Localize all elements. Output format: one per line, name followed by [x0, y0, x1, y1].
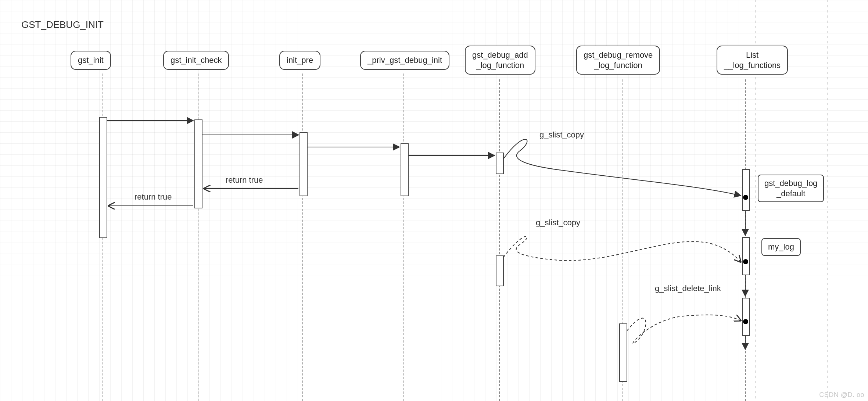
activation-priv-gst-debug-init — [401, 143, 409, 196]
activation-gst-debug-remove — [619, 323, 627, 382]
participant-gst-init-check[interactable]: gst_init_check — [163, 51, 229, 70]
msg-g-slist-copy-1: g_slist_copy — [539, 130, 584, 140]
participant-gst-debug-add-log-function[interactable]: gst_debug_add _log_function — [465, 46, 535, 75]
msg-g-slist-delete-link: g_slist_delete_link — [655, 284, 721, 293]
msg-return-true-1: return true — [226, 175, 263, 185]
participant-gst-init[interactable]: gst_init — [71, 51, 111, 70]
participant-priv-gst-debug-init[interactable]: _priv_gst_debug_init — [360, 51, 449, 70]
lifeline-init-pre — [302, 74, 303, 401]
activation-gst-debug-add-1 — [496, 153, 504, 174]
watermark: CSDN @D. oo — [819, 391, 864, 399]
activation-list-1 — [742, 169, 750, 211]
activation-list-2 — [742, 237, 750, 275]
list-dot-3 — [743, 319, 748, 324]
lifeline-priv-gst-debug-init — [403, 74, 404, 401]
activation-init-pre — [300, 132, 308, 196]
msg-return-true-2: return true — [134, 192, 172, 202]
activation-gst-init — [99, 117, 107, 238]
participant-list-log-functions[interactable]: List __log_functions — [717, 46, 788, 75]
note-gst-debug-log-default: gst_debug_log _default — [758, 175, 824, 202]
activation-gst-debug-add-2 — [496, 255, 504, 286]
note-my-log: my_log — [761, 238, 801, 256]
activation-list-3 — [742, 298, 750, 336]
diagram-title: GST_DEBUG_INIT — [21, 19, 104, 31]
lifeline-gst-debug-add-log-function — [499, 79, 500, 401]
msg-g-slist-copy-2: g_slist_copy — [536, 218, 580, 228]
participant-init-pre[interactable]: init_pre — [279, 51, 320, 70]
list-dot-2 — [743, 259, 748, 264]
list-dot-1 — [743, 195, 748, 200]
activation-gst-init-check — [194, 119, 202, 208]
participant-gst-debug-remove-log-function[interactable]: gst_debug_remove _log_function — [576, 46, 660, 75]
